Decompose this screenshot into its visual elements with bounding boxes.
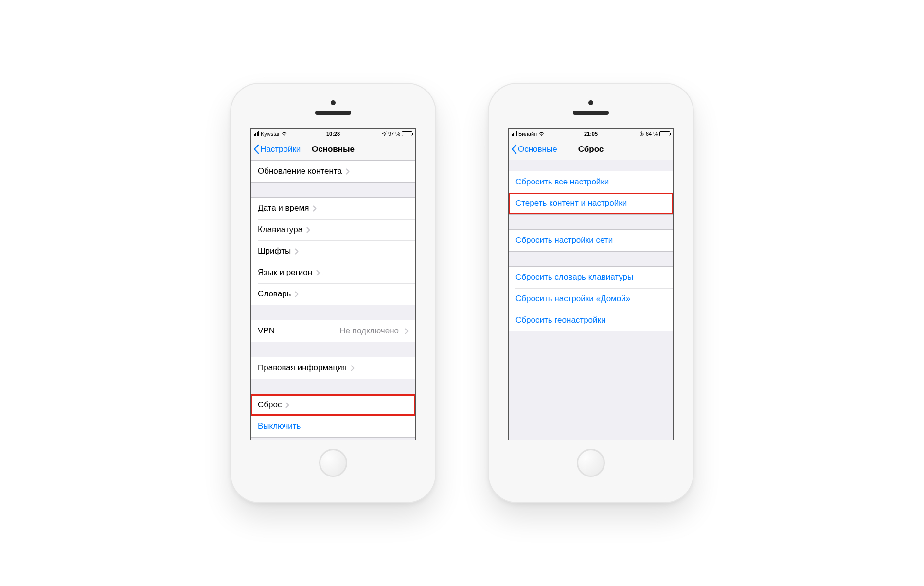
- signal-icon: [254, 131, 259, 136]
- chevron-right-icon: [313, 205, 317, 212]
- chevron-right-icon: [306, 227, 310, 233]
- settings-group: СбросВыключить: [251, 394, 415, 438]
- wifi-icon: [281, 131, 287, 136]
- status-time: 10:28: [326, 131, 340, 137]
- settings-row[interactable]: Сбросить словарь клавиатуры: [509, 267, 673, 288]
- settings-row[interactable]: VPNНе подключено: [251, 320, 415, 342]
- row-label: Обновление контента: [258, 166, 342, 176]
- nav-back-label: Основные: [518, 145, 557, 154]
- status-right: 64 %: [640, 131, 670, 137]
- battery-icon: [402, 131, 412, 136]
- row-label: Сбросить геонастройки: [515, 315, 606, 325]
- nav-title: Сброс: [578, 145, 604, 154]
- chevron-right-icon: [346, 168, 350, 175]
- screen-left: Kyivstar 10:28 97 % Настройки: [250, 128, 416, 440]
- wifi-icon: [538, 131, 545, 136]
- chevron-right-icon: [351, 365, 355, 371]
- nav-back-button[interactable]: Основные: [509, 144, 557, 154]
- row-label: Сброс: [258, 400, 282, 410]
- row-label: Шрифты: [258, 246, 291, 256]
- status-left: Kyivstar: [254, 131, 287, 137]
- stage: Kyivstar 10:28 97 % Настройки: [231, 84, 693, 502]
- nav-back-button[interactable]: Настройки: [251, 144, 301, 154]
- row-label: Правовая информация: [258, 363, 347, 373]
- settings-row[interactable]: Дата и время: [251, 198, 415, 219]
- settings-row[interactable]: Сбросить настройки сети: [509, 230, 673, 251]
- reset-list[interactable]: Сбросить все настройкиСтереть контент и …: [509, 160, 673, 440]
- settings-row[interactable]: Сбросить настройки «Домой»: [509, 288, 673, 310]
- front-camera-icon: [588, 100, 593, 105]
- earpiece-icon: [573, 111, 609, 115]
- settings-row[interactable]: Сбросить все настройки: [509, 171, 673, 193]
- battery-pct-label: 97 %: [388, 131, 400, 137]
- group-gap: [251, 379, 415, 394]
- phone-left: Kyivstar 10:28 97 % Настройки: [231, 84, 435, 502]
- chevron-right-icon: [295, 248, 299, 255]
- settings-row[interactable]: Обновление контента: [251, 161, 415, 182]
- status-left: Билайн: [512, 131, 545, 137]
- earpiece-icon: [315, 111, 351, 115]
- group-gap: [251, 183, 415, 197]
- settings-row[interactable]: Клавиатура: [251, 219, 415, 240]
- nav-bar: Настройки Основные: [251, 139, 415, 160]
- carrier-label: Kyivstar: [261, 131, 280, 137]
- settings-group: VPNНе подключено: [251, 320, 415, 342]
- group-gap: [509, 252, 673, 266]
- settings-row[interactable]: Язык и регион: [251, 262, 415, 283]
- settings-row[interactable]: Стереть контент и настройки: [509, 193, 673, 214]
- battery-icon: [659, 131, 670, 136]
- settings-group: Правовая информация: [251, 357, 415, 379]
- group-gap: [251, 342, 415, 357]
- settings-group: Сбросить словарь клавиатурыСбросить наст…: [509, 266, 673, 331]
- row-label: Сбросить настройки «Домой»: [515, 294, 630, 304]
- settings-group: Сбросить настройки сети: [509, 229, 673, 252]
- row-label: Стереть контент и настройки: [515, 199, 627, 208]
- row-label: Сбросить все настройки: [515, 177, 609, 187]
- nav-back-label: Настройки: [260, 145, 301, 154]
- row-label: Язык и регион: [258, 268, 312, 277]
- group-gap: [251, 305, 415, 320]
- row-label: Сбросить словарь клавиатуры: [515, 273, 633, 282]
- svg-rect-1: [641, 133, 643, 135]
- status-right: 97 %: [382, 131, 412, 137]
- status-bar: Kyivstar 10:28 97 %: [251, 129, 415, 139]
- settings-row[interactable]: Шрифты: [251, 240, 415, 262]
- settings-list[interactable]: Обновление контентаДата и времяКлавиатур…: [251, 160, 415, 440]
- chevron-right-icon: [405, 328, 409, 334]
- nav-bar: Основные Сброс: [509, 139, 673, 160]
- row-label: Выключить: [258, 421, 301, 431]
- phone-right: Билайн 21:05 64 % Основные: [489, 84, 693, 502]
- location-icon: [382, 131, 387, 136]
- settings-row[interactable]: Сброс: [251, 394, 415, 416]
- settings-row[interactable]: Выключить: [251, 416, 415, 437]
- status-bar: Билайн 21:05 64 %: [509, 129, 673, 139]
- carrier-label: Билайн: [518, 131, 537, 137]
- home-button[interactable]: [319, 449, 347, 477]
- chevron-right-icon: [295, 291, 299, 297]
- settings-row[interactable]: Сбросить геонастройки: [509, 310, 673, 331]
- settings-group: Дата и времяКлавиатураШрифтыЯзык и регио…: [251, 197, 415, 305]
- home-button[interactable]: [577, 449, 605, 477]
- front-camera-icon: [331, 100, 336, 105]
- settings-row[interactable]: Словарь: [251, 283, 415, 305]
- orientation-lock-icon: [640, 131, 644, 136]
- row-label: Словарь: [258, 289, 291, 299]
- phone-top-hardware: [231, 94, 435, 128]
- row-label: Сбросить настройки сети: [515, 236, 613, 245]
- signal-icon: [512, 131, 517, 136]
- row-label: Клавиатура: [258, 225, 302, 235]
- group-gap: [509, 160, 673, 171]
- row-label: Дата и время: [258, 203, 309, 213]
- row-detail: Не подключено: [339, 326, 401, 336]
- chevron-right-icon: [285, 402, 289, 408]
- status-time: 21:05: [584, 131, 598, 137]
- phone-top-hardware: [489, 94, 693, 128]
- chevron-right-icon: [316, 270, 320, 276]
- settings-group: Сбросить все настройкиСтереть контент и …: [509, 171, 673, 215]
- battery-pct-label: 64 %: [646, 131, 658, 137]
- settings-row[interactable]: Правовая информация: [251, 357, 415, 379]
- settings-group: Обновление контента: [251, 160, 415, 183]
- screen-right: Билайн 21:05 64 % Основные: [508, 128, 674, 440]
- group-gap: [509, 215, 673, 229]
- nav-title: Основные: [312, 145, 355, 154]
